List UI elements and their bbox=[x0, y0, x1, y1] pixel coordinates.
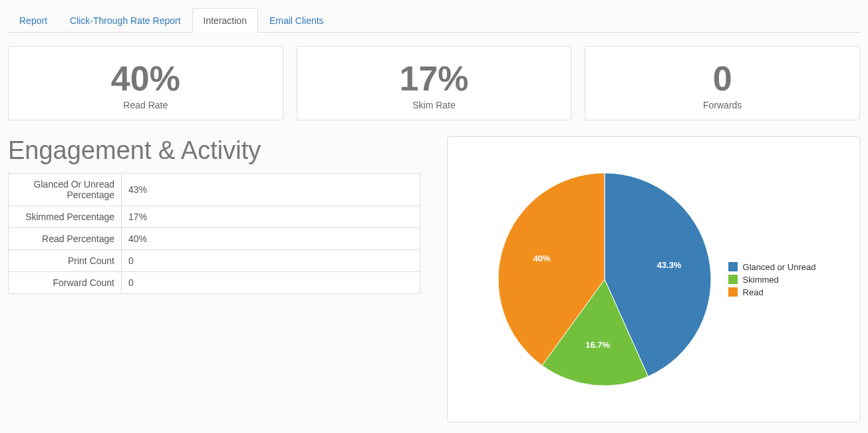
row-value: 17% bbox=[122, 206, 420, 228]
stat-label: Forwards bbox=[592, 100, 853, 110]
chart-legend: Glanced or Unread Skimmed Read bbox=[728, 259, 816, 300]
stats-row: 40% Read Rate 17% Skim Rate 0 Forwards bbox=[8, 46, 860, 120]
row-value: 0 bbox=[122, 250, 420, 272]
row-label: Skimmed Percentage bbox=[9, 206, 122, 228]
stat-label: Read Rate bbox=[15, 100, 276, 110]
legend-swatch bbox=[728, 262, 738, 271]
pie-slice-label: 43.3% bbox=[656, 260, 681, 270]
table-row: Glanced Or Unread Percentage 43% bbox=[9, 174, 420, 206]
legend-swatch bbox=[728, 275, 738, 284]
table-row: Read Percentage 40% bbox=[9, 228, 420, 250]
stat-label: Skim Rate bbox=[304, 100, 565, 110]
tab-email-clients[interactable]: Email Clients bbox=[258, 8, 335, 33]
stat-card-read-rate: 40% Read Rate bbox=[8, 46, 283, 120]
row-value: 40% bbox=[122, 228, 420, 250]
stat-card-skim-rate: 17% Skim Rate bbox=[297, 46, 572, 120]
legend-item-glanced: Glanced or Unread bbox=[728, 262, 816, 272]
tab-report[interactable]: Report bbox=[8, 8, 59, 33]
tabs-nav: Report Click-Through Rate Report Interac… bbox=[8, 8, 860, 33]
stat-card-forwards: 0 Forwards bbox=[585, 46, 860, 120]
stat-value: 0 bbox=[592, 59, 853, 98]
engagement-pie-chart: 43.3%16.7%40% bbox=[492, 166, 718, 392]
pie-slice-label: 40% bbox=[533, 253, 550, 263]
stat-value: 17% bbox=[304, 59, 565, 98]
row-label: Print Count bbox=[9, 250, 122, 272]
row-label: Read Percentage bbox=[9, 228, 122, 250]
section-title: Engagement & Activity bbox=[8, 136, 420, 165]
legend-label: Read bbox=[743, 287, 764, 297]
table-row: Print Count 0 bbox=[9, 250, 420, 272]
tab-ctr-report[interactable]: Click-Through Rate Report bbox=[59, 8, 192, 33]
engagement-table: Glanced Or Unread Percentage 43% Skimmed… bbox=[8, 173, 420, 294]
row-value: 43% bbox=[122, 174, 420, 206]
tab-interaction[interactable]: Interaction bbox=[192, 8, 258, 33]
legend-swatch bbox=[728, 287, 738, 297]
pie-chart-panel: 43.3%16.7%40% Glanced or Unread Skimmed … bbox=[447, 136, 860, 422]
legend-item-read: Read bbox=[728, 287, 816, 297]
row-label: Forward Count bbox=[9, 272, 122, 294]
pie-slice-label: 16.7% bbox=[585, 340, 610, 350]
table-row: Skimmed Percentage 17% bbox=[9, 206, 420, 228]
legend-item-skimmed: Skimmed bbox=[728, 275, 816, 285]
table-row: Forward Count 0 bbox=[9, 272, 420, 294]
legend-label: Skimmed bbox=[743, 275, 779, 285]
legend-label: Glanced or Unread bbox=[743, 262, 816, 272]
row-value: 0 bbox=[122, 272, 420, 294]
stat-value: 40% bbox=[15, 59, 276, 98]
row-label: Glanced Or Unread Percentage bbox=[9, 174, 122, 206]
